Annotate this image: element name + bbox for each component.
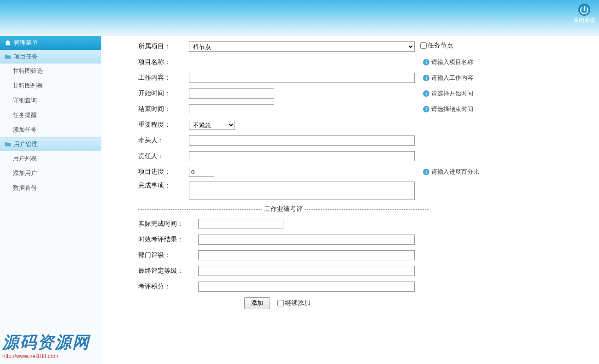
close-system-button[interactable]: 关闭系统 xyxy=(573,4,595,24)
label-project: 所属项目： xyxy=(138,42,189,51)
label-progress: 项目进度： xyxy=(138,168,189,176)
section-title: 工作业绩考评 xyxy=(262,205,305,213)
sidebar-menu-title: 管理菜单 xyxy=(14,39,38,47)
label-end: 结束时间： xyxy=(138,105,189,113)
label-start: 开始时间： xyxy=(138,89,189,98)
progress-input[interactable] xyxy=(189,167,214,177)
task-node-checkbox[interactable] xyxy=(420,42,427,49)
close-system-label: 关闭系统 xyxy=(573,17,595,24)
section-divider: 工作业绩考评 xyxy=(138,205,429,213)
info-icon: i xyxy=(423,106,429,112)
sidebar-item-gantt-filter[interactable]: 甘特图筛选 xyxy=(0,64,101,78)
label-actual-done: 实际完成时间： xyxy=(138,220,198,228)
sidebar: 管理菜单 项目任务 甘特图筛选 甘特图列表 详细查询 任务提醒 添加任务 用户管… xyxy=(0,36,101,364)
home-icon xyxy=(5,40,11,46)
priority-select[interactable]: 不紧急 xyxy=(189,120,235,130)
label-owner: 责任人： xyxy=(138,152,189,160)
info-icon: i xyxy=(423,169,429,175)
sidebar-group-label: 用户管理 xyxy=(14,140,38,148)
label-leader: 牵头人： xyxy=(138,136,189,145)
label-priority: 重要程度： xyxy=(138,121,189,129)
label-content: 工作内容： xyxy=(138,74,189,82)
sidebar-menu-header: 管理菜单 xyxy=(0,36,101,50)
sidebar-item-task-reminder[interactable]: 任务提醒 xyxy=(0,108,101,123)
app-header: 关闭系统 xyxy=(0,0,599,36)
label-score: 考评积分： xyxy=(138,282,198,291)
hint-start: i 请选择开始时间 xyxy=(423,89,473,98)
sidebar-group-label: 项目任务 xyxy=(14,53,38,61)
end-time-input[interactable] xyxy=(189,104,274,114)
owner-input[interactable] xyxy=(189,151,415,161)
label-eff-result: 时效考评结果： xyxy=(138,235,198,244)
main-form-area: 所属项目： 根节点 任务节点 项目名称： i 请输入项目名称 工作内容： xyxy=(101,36,599,364)
label-done-items: 完成事项： xyxy=(138,182,189,190)
label-final-grade: 最终评定等级： xyxy=(138,267,198,275)
dept-grade-input[interactable] xyxy=(198,250,415,260)
start-time-input[interactable] xyxy=(189,88,274,99)
project-select[interactable]: 根节点 xyxy=(189,41,415,52)
task-node-label: 任务节点 xyxy=(428,41,453,50)
sidebar-item-detail-query[interactable]: 详细查询 xyxy=(0,93,101,108)
leader-input[interactable] xyxy=(189,135,415,146)
info-icon: i xyxy=(423,59,429,65)
score-input[interactable] xyxy=(198,282,415,292)
hint-name: i 请输入项目名称 xyxy=(423,58,473,66)
sidebar-group-user-mgmt[interactable]: 用户管理 xyxy=(0,137,101,151)
label-dept-grade: 部门评级： xyxy=(138,251,198,259)
continue-add-label: 继续添加 xyxy=(285,299,311,307)
sidebar-item-gantt-list[interactable]: 甘特图列表 xyxy=(0,78,101,93)
sidebar-group-project-tasks[interactable]: 项目任务 xyxy=(0,50,101,64)
add-button[interactable]: 添加 xyxy=(244,297,270,309)
content-input[interactable] xyxy=(189,73,415,83)
eff-result-input[interactable] xyxy=(198,235,415,245)
hint-end: i 请选择结束时间 xyxy=(423,105,473,113)
sidebar-item-user-list[interactable]: 用户列表 xyxy=(0,151,101,166)
sidebar-item-data-backup[interactable]: 数据备份 xyxy=(0,181,101,195)
info-icon: i xyxy=(423,75,429,81)
done-items-textarea[interactable] xyxy=(189,182,415,200)
sidebar-item-add-user[interactable]: 添加用户 xyxy=(0,166,101,181)
actual-done-input[interactable] xyxy=(198,219,283,229)
continue-add-checkbox[interactable] xyxy=(277,300,284,306)
folder-icon xyxy=(5,53,11,60)
info-icon: i xyxy=(423,90,429,97)
folder-icon xyxy=(5,141,11,147)
hint-progress: i 请输入进度百分比 xyxy=(423,168,479,176)
final-grade-input[interactable] xyxy=(198,266,415,276)
label-name: 项目名称： xyxy=(138,58,189,66)
sidebar-item-add-task[interactable]: 添加任务 xyxy=(0,123,101,137)
power-icon xyxy=(578,4,590,16)
hint-content: i 请输入工作内容 xyxy=(423,74,473,82)
